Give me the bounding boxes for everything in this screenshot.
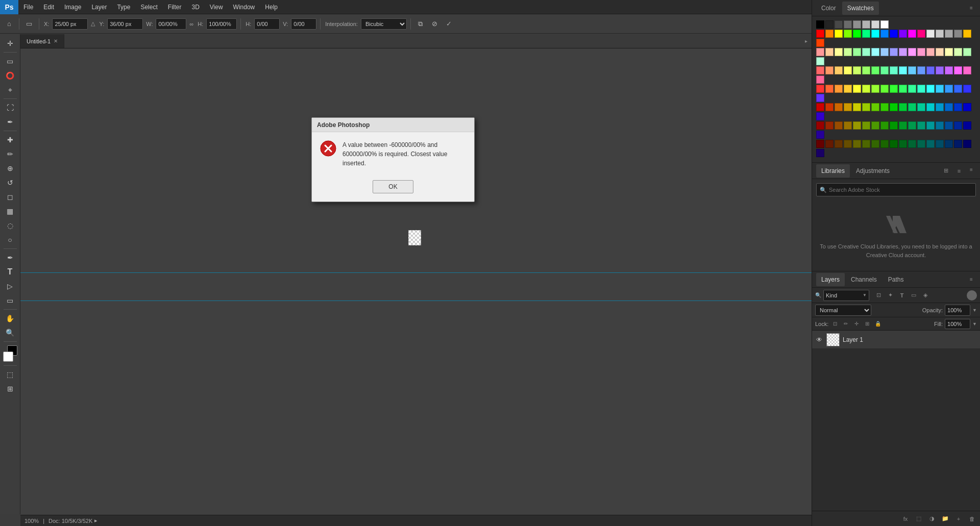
- swatch[interactable]: [825, 30, 834, 38]
- swatch[interactable]: [816, 112, 824, 120]
- quick-mask-toggle[interactable]: ⬚: [2, 367, 18, 382]
- swatch[interactable]: [862, 140, 870, 148]
- swatch[interactable]: [862, 103, 870, 111]
- layer-new-icon[interactable]: +: [953, 514, 964, 524]
- swatch[interactable]: [954, 85, 962, 93]
- h2-input[interactable]: [254, 18, 280, 30]
- link-icon[interactable]: ∞: [189, 21, 193, 27]
- swatch[interactable]: [945, 66, 953, 74]
- lib-panel-menu-icon[interactable]: ≡: [967, 165, 976, 174]
- document-tab[interactable]: Untitled-1 ✕: [20, 34, 64, 48]
- swatch[interactable]: [825, 20, 834, 29]
- canvas-document[interactable]: [408, 230, 421, 245]
- swatch[interactable]: [871, 48, 879, 56]
- history-tool[interactable]: ↺: [2, 176, 18, 190]
- swatch[interactable]: [816, 121, 824, 130]
- menu-type[interactable]: Type: [112, 0, 135, 14]
- swatch[interactable]: [853, 48, 861, 56]
- opacity-down-arrow[interactable]: ▼: [972, 308, 977, 313]
- swatch[interactable]: [926, 121, 935, 130]
- swatch[interactable]: [853, 20, 861, 29]
- tab-swatches[interactable]: Swatches: [842, 2, 879, 15]
- swatch[interactable]: [945, 103, 953, 111]
- swatch[interactable]: [816, 131, 824, 139]
- healing-tool[interactable]: ✚: [2, 133, 18, 147]
- swatch[interactable]: [835, 103, 843, 111]
- swatch[interactable]: [908, 121, 916, 130]
- tab-close-icon[interactable]: ✕: [54, 38, 58, 44]
- swatch[interactable]: [954, 103, 962, 111]
- swatch[interactable]: [844, 30, 852, 38]
- lock-all-icon[interactable]: 🔒: [873, 319, 883, 329]
- swatch[interactable]: [844, 48, 852, 56]
- swatch[interactable]: [963, 140, 971, 148]
- tab-color[interactable]: Color: [816, 2, 841, 15]
- layer-item[interactable]: 👁 Layer 1: [812, 331, 980, 349]
- swatch[interactable]: [899, 85, 907, 93]
- swatch[interactable]: [936, 66, 944, 74]
- layer-delete-icon[interactable]: 🗑: [967, 514, 977, 524]
- layer-fx-icon[interactable]: fx: [900, 514, 911, 524]
- swatch[interactable]: [880, 85, 889, 93]
- swatch[interactable]: [816, 66, 824, 74]
- brush-tool[interactable]: ✏: [2, 147, 18, 161]
- swatch[interactable]: [908, 66, 916, 74]
- panel-menu-icon[interactable]: ≡: [967, 4, 976, 13]
- eyedropper-tool[interactable]: ✒: [2, 115, 18, 129]
- swatch[interactable]: [816, 94, 824, 102]
- swatch[interactable]: [945, 48, 953, 56]
- x-input[interactable]: [52, 18, 88, 30]
- menu-help[interactable]: Help: [260, 0, 283, 14]
- y-input[interactable]: [107, 18, 143, 30]
- menu-layer[interactable]: Layer: [86, 0, 112, 14]
- interpolation-select[interactable]: Bicubic: [361, 18, 407, 30]
- lock-move-icon[interactable]: ✛: [852, 319, 861, 329]
- swatch[interactable]: [853, 66, 861, 74]
- layer-mask-icon[interactable]: ⬚: [914, 514, 924, 524]
- swatch[interactable]: [835, 48, 843, 56]
- swatch[interactable]: [899, 140, 907, 148]
- swatch[interactable]: [880, 30, 889, 38]
- menu-view[interactable]: View: [205, 0, 228, 14]
- swatch[interactable]: [825, 140, 834, 148]
- marquee-tool[interactable]: ▭: [2, 54, 18, 68]
- swatch[interactable]: [871, 66, 879, 74]
- swatch[interactable]: [880, 48, 889, 56]
- shape-tool[interactable]: ▭: [2, 293, 18, 308]
- h-input[interactable]: [206, 18, 237, 30]
- lock-image-icon[interactable]: ✏: [841, 319, 850, 329]
- swatch[interactable]: [862, 66, 870, 74]
- swatch[interactable]: [890, 30, 898, 38]
- swatch[interactable]: [917, 66, 925, 74]
- swatch[interactable]: [917, 103, 925, 111]
- swatch[interactable]: [936, 30, 944, 38]
- layer-adjustment-icon[interactable]: ◑: [927, 514, 937, 524]
- swatch[interactable]: [926, 140, 935, 148]
- hand-tool[interactable]: ✋: [2, 311, 18, 325]
- swatch[interactable]: [945, 121, 953, 130]
- v-input[interactable]: [291, 18, 316, 30]
- menu-select[interactable]: Select: [135, 0, 162, 14]
- swatch[interactable]: [835, 140, 843, 148]
- swatch[interactable]: [880, 140, 889, 148]
- menu-file[interactable]: File: [18, 0, 38, 14]
- background-color[interactable]: [3, 352, 13, 362]
- swatch[interactable]: [890, 103, 898, 111]
- swatch[interactable]: [963, 30, 971, 38]
- swatch[interactable]: [945, 30, 953, 38]
- swatch[interactable]: [936, 48, 944, 56]
- list-view-icon[interactable]: ≡: [953, 165, 965, 177]
- swatch[interactable]: [880, 121, 889, 130]
- swatch[interactable]: [899, 48, 907, 56]
- quick-select-tool[interactable]: ⌖: [2, 83, 18, 97]
- text-tool[interactable]: T: [2, 265, 18, 279]
- swatch[interactable]: [844, 66, 852, 74]
- move-tool[interactable]: ✛: [2, 36, 18, 51]
- swatch[interactable]: [908, 48, 916, 56]
- warp-icon[interactable]: ⧉: [414, 18, 427, 30]
- swatch[interactable]: [936, 103, 944, 111]
- swatch[interactable]: [963, 103, 971, 111]
- swatch[interactable]: [963, 121, 971, 130]
- swatch[interactable]: [835, 85, 843, 93]
- lock-artboard-icon[interactable]: ⊞: [863, 319, 872, 329]
